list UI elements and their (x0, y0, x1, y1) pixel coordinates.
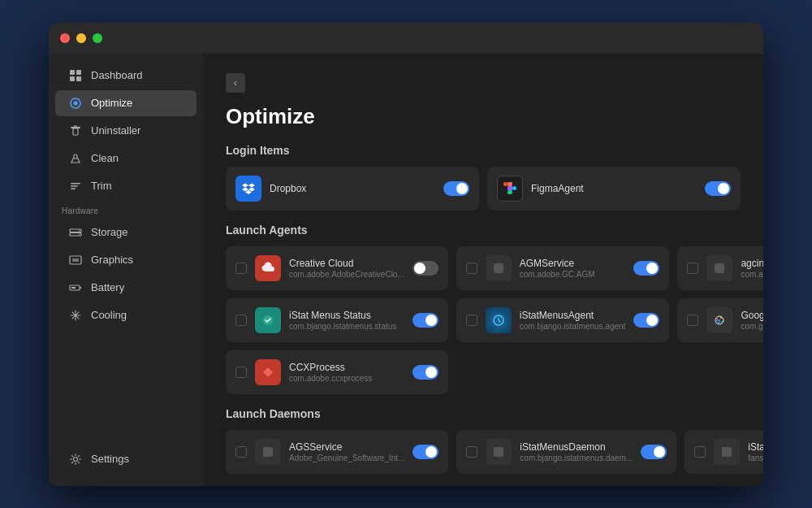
sidebar-item-storage-label: Storage (91, 226, 128, 238)
istat-agent-icon (486, 307, 512, 333)
agcinvoke-icon (706, 255, 732, 281)
launch-agent-ccx: CCXProcess com.adobe.ccxprocess (226, 350, 448, 394)
svg-rect-9 (71, 188, 76, 189)
svg-rect-15 (72, 258, 79, 262)
istat-fans-name: iStatMenusFans (748, 441, 763, 453)
figma-toggle[interactable] (705, 181, 731, 196)
svg-point-5 (74, 101, 78, 105)
sidebar-item-battery[interactable]: Battery (55, 275, 197, 301)
istat-daemon-toggle[interactable] (641, 445, 667, 459)
svg-rect-0 (70, 70, 75, 75)
optimize-icon (68, 96, 83, 111)
maximize-button[interactable] (93, 33, 102, 43)
istat-fans-text: iStatMenusFans fans (748, 441, 763, 462)
sidebar-bottom: Settings (49, 445, 203, 478)
sidebar-item-uninstaller[interactable]: Uninstaller (55, 118, 197, 144)
agmservice-sub: com.adobe.GC.AGM (520, 270, 626, 279)
svg-rect-35 (263, 447, 273, 457)
ags-icon (255, 439, 281, 465)
ags-text: AGSService Adobe_Genuine_Software_Int... (289, 441, 404, 462)
sidebar-item-battery-label: Battery (91, 281, 124, 293)
svg-point-20 (74, 457, 78, 461)
sidebar-item-storage[interactable]: Storage (55, 219, 197, 245)
svg-rect-24 (503, 182, 508, 186)
svg-rect-26 (494, 263, 503, 273)
ccx-icon (255, 359, 281, 385)
svg-rect-3 (76, 76, 81, 81)
launch-agents-grid: Creative Cloud com.adobe.AdobeCreativeCl… (226, 246, 741, 394)
google-name: GoogleSoftwareUpdate Agent (741, 310, 763, 321)
sidebar-item-graphics[interactable]: Graphics (55, 247, 197, 273)
main-content: ‹ Optimize Login Items Dropbox (203, 54, 763, 486)
sidebar-item-uninstaller-label: Uninstaller (91, 124, 140, 137)
ags-toggle[interactable] (412, 445, 438, 459)
launch-agent-agmservice: AGMService com.adobe.GC.AGM (456, 246, 670, 290)
page-title: Optimize (226, 104, 741, 129)
agmservice-checkbox[interactable] (466, 263, 477, 274)
agcinvoke-text: agcinvokerutility com.adobe.GC.Scheduler… (741, 258, 763, 279)
svg-rect-37 (722, 447, 732, 457)
launch-agent-istat-agent: iStatMenusAgent com.bjango.istatmenus.ag… (456, 298, 670, 342)
back-button[interactable]: ‹ (226, 73, 245, 93)
sidebar-item-optimize[interactable]: Optimize (55, 90, 197, 116)
google-checkbox[interactable] (687, 315, 698, 326)
figma-icon (497, 176, 523, 202)
storage-icon (68, 225, 83, 240)
agcinvoke-name: agcinvokerutility (741, 258, 763, 269)
svg-rect-2 (70, 76, 75, 81)
ags-checkbox[interactable] (235, 446, 247, 458)
ccx-toggle[interactable] (412, 365, 438, 380)
agcinvoke-checkbox[interactable] (687, 263, 698, 274)
figma-text: FigmaAgent (531, 183, 697, 194)
sidebar-item-dashboard[interactable]: Dashboard (55, 63, 197, 89)
istat-status-checkbox[interactable] (235, 315, 247, 326)
istat-daemon-checkbox[interactable] (466, 446, 477, 458)
launch-daemons-section-title: Launch Daemons (226, 407, 741, 420)
creative-cloud-text: Creative Cloud com.adobe.AdobeCreativeCl… (289, 258, 404, 279)
ccx-name: CCXProcess (289, 362, 404, 373)
creative-cloud-toggle[interactable] (412, 261, 438, 276)
dropbox-name: Dropbox (270, 183, 435, 194)
sidebar-item-trim-label: Trim (91, 180, 112, 192)
close-button[interactable] (60, 33, 70, 43)
hardware-section-label: Hardware (49, 200, 203, 219)
agcinvoke-sub: com.adobe.GC.Scheduler-1.0 (741, 270, 763, 279)
dropbox-toggle[interactable] (443, 181, 469, 196)
sidebar-item-dashboard-label: Dashboard (91, 69, 143, 81)
sidebar-item-trim[interactable]: Trim (55, 173, 197, 199)
istat-agent-checkbox[interactable] (466, 315, 477, 326)
login-item-dropbox: Dropbox (226, 167, 479, 211)
istat-status-name: iStat Menus Status (289, 310, 404, 321)
agmservice-toggle[interactable] (633, 261, 659, 276)
istat-status-icon (255, 307, 281, 333)
istat-daemon-name: iStatMenusDaemon (520, 441, 633, 453)
sidebar-item-settings[interactable]: Settings (55, 446, 197, 472)
login-item-figma: FigmaAgent (487, 167, 741, 211)
agmservice-name: AGMService (520, 258, 626, 269)
istat-agent-text: iStatMenusAgent com.bjango.istatmenus.ag… (520, 310, 626, 331)
launch-agent-creative-cloud: Creative Cloud com.adobe.AdobeCreativeCl… (226, 246, 448, 290)
istat-agent-toggle[interactable] (633, 313, 659, 328)
istat-status-text: iStat Menus Status com.bjango.istatmenus… (289, 310, 404, 331)
app-body: Dashboard Optimize (49, 54, 763, 486)
figma-name: FigmaAgent (531, 183, 697, 194)
cooling-icon (68, 308, 83, 323)
trim-icon (68, 179, 83, 193)
sidebar-item-optimize-label: Optimize (91, 97, 132, 109)
app-window: Dashboard Optimize (49, 23, 763, 486)
clean-icon (68, 151, 83, 166)
launch-agent-istat-status: iStat Menus Status com.bjango.istatmenus… (226, 298, 448, 342)
login-items-grid: Dropbox (226, 167, 741, 211)
istat-fans-icon (714, 439, 740, 465)
ccx-checkbox[interactable] (235, 367, 247, 378)
agmservice-icon (486, 255, 512, 281)
istat-fans-checkbox[interactable] (694, 446, 706, 458)
google-icon (706, 307, 732, 333)
graphics-icon (68, 253, 83, 267)
creative-cloud-checkbox[interactable] (235, 263, 247, 274)
istat-status-toggle[interactable] (412, 313, 438, 328)
launch-daemon-istat-fans: iStatMenusFans fans (685, 430, 763, 474)
minimize-button[interactable] (76, 33, 86, 43)
sidebar-item-clean[interactable]: Clean (55, 145, 197, 172)
sidebar-item-cooling[interactable]: Cooling (55, 302, 197, 328)
